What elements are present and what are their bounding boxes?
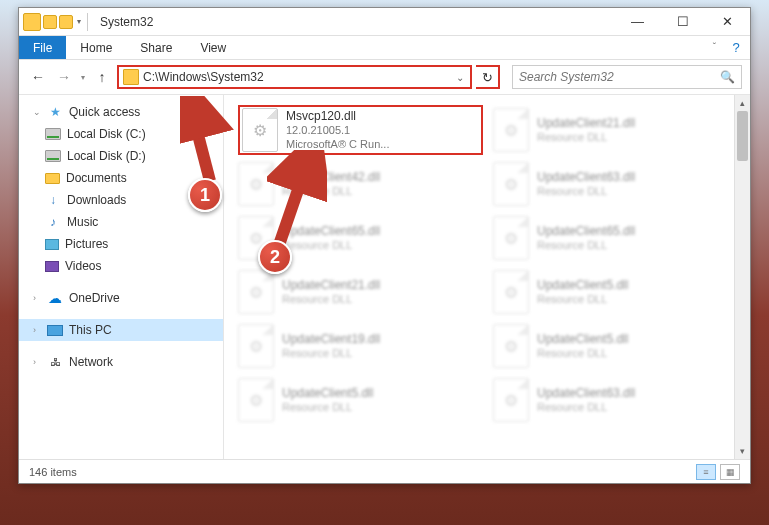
search-icon[interactable]: 🔍 — [720, 70, 735, 84]
up-button[interactable]: ↑ — [91, 66, 113, 88]
sidebar-item-videos[interactable]: Videos — [19, 255, 223, 277]
chevron-right-icon[interactable]: › — [33, 357, 41, 367]
forward-button[interactable]: → — [53, 66, 75, 88]
folder-icon — [23, 13, 41, 31]
navigation-bar: ← → ▾ ↑ C:\Windows\System32 ⌄ ↻ 🔍 — [19, 60, 750, 94]
video-icon — [45, 261, 59, 272]
sidebar-label: Quick access — [69, 105, 140, 119]
file-item[interactable]: ⚙UpdateClient21.dllResource DLL — [238, 267, 483, 317]
file-item[interactable]: ⚙UpdateClient21.dllResource DLL — [493, 105, 738, 155]
download-icon — [45, 192, 61, 208]
chevron-right-icon[interactable]: › — [33, 293, 41, 303]
tab-share[interactable]: Share — [126, 36, 186, 59]
file-item[interactable]: ⚙UpdateClient63.dllResource DLL — [493, 375, 738, 425]
history-dropdown-icon[interactable]: ▾ — [81, 73, 85, 82]
file-item[interactable]: ⚙UpdateClient5.dllResource DLL — [493, 267, 738, 317]
scroll-up-button[interactable]: ▴ — [735, 95, 750, 111]
tab-file[interactable]: File — [19, 36, 66, 59]
file-item[interactable]: ⚙UpdateClient19.dllResource DLL — [238, 321, 483, 371]
dll-icon: ⚙ — [493, 108, 529, 152]
qat-button-1[interactable] — [43, 15, 57, 29]
maximize-button[interactable]: ☐ — [660, 8, 705, 36]
sidebar-item-music[interactable]: Music — [19, 211, 223, 233]
file-item[interactable]: ⚙UpdateClient63.dllResource DLL — [493, 159, 738, 209]
quick-access-toolbar: ▾ — [19, 13, 92, 31]
folder-icon — [123, 69, 139, 85]
chevron-right-icon[interactable]: › — [33, 325, 41, 335]
explorer-window: ▾ System32 — ☐ ✕ File Home Share View ˇ … — [18, 7, 751, 484]
separator — [87, 13, 88, 31]
disk-icon — [45, 150, 61, 162]
status-bar: 146 items ≡ ▦ — [19, 459, 750, 483]
dll-icon: ⚙ — [493, 270, 529, 314]
network-icon — [47, 354, 63, 370]
qat-button-2[interactable] — [59, 15, 73, 29]
close-button[interactable]: ✕ — [705, 8, 750, 36]
vertical-scrollbar[interactable]: ▴ ▾ — [734, 95, 750, 459]
sidebar-network[interactable]: › Network — [19, 351, 223, 373]
file-item[interactable]: ⚙UpdateClient65.dllResource DLL — [493, 213, 738, 263]
ribbon-tabs: File Home Share View ˇ ? — [19, 36, 750, 60]
address-bar[interactable]: C:\Windows\System32 ⌄ — [117, 65, 472, 89]
svg-line-1 — [279, 158, 309, 245]
search-box[interactable]: 🔍 — [512, 65, 742, 89]
dll-icon: ⚙ — [493, 162, 529, 206]
view-details-button[interactable]: ≡ — [696, 464, 716, 480]
body: ⌄ ★ Quick access Local Disk (C:) Local D… — [19, 94, 750, 459]
tab-view[interactable]: View — [186, 36, 240, 59]
scroll-thumb[interactable] — [737, 111, 748, 161]
address-dropdown-icon[interactable]: ⌄ — [450, 72, 470, 83]
annotation-badge-2: 2 — [258, 240, 292, 274]
qat-dropdown-icon[interactable]: ▾ — [77, 17, 81, 26]
file-item-msvcp120[interactable]: ⚙ Msvcp120.dll 12.0.21005.1 MicrosoftA® … — [238, 105, 483, 155]
dll-icon: ⚙ — [493, 216, 529, 260]
address-path[interactable]: C:\Windows\System32 — [143, 70, 450, 84]
dll-icon: ⚙ — [493, 324, 529, 368]
tab-home[interactable]: Home — [66, 36, 126, 59]
cloud-icon — [47, 290, 63, 306]
annotation-arrow-1 — [180, 96, 250, 186]
minimize-button[interactable]: — — [615, 8, 660, 36]
sidebar-this-pc[interactable]: › This PC — [19, 319, 223, 341]
view-large-icons-button[interactable]: ▦ — [720, 464, 740, 480]
annotation-arrow-2 — [267, 150, 327, 250]
disk-icon — [45, 128, 61, 140]
file-name: Msvcp120.dll — [286, 109, 389, 124]
file-item[interactable]: ⚙UpdateClient5.dllResource DLL — [493, 321, 738, 371]
window-title: System32 — [100, 15, 153, 29]
file-grid: ⚙ Msvcp120.dll 12.0.21005.1 MicrosoftA® … — [224, 95, 750, 435]
annotation-badge-1: 1 — [188, 178, 222, 212]
sidebar-onedrive[interactable]: › OneDrive — [19, 287, 223, 309]
search-input[interactable] — [519, 70, 720, 84]
folder-icon — [45, 173, 60, 184]
picture-icon — [45, 239, 59, 250]
scroll-down-button[interactable]: ▾ — [735, 443, 750, 459]
refresh-button[interactable]: ↻ — [476, 65, 500, 89]
window-controls: — ☐ ✕ — [615, 8, 750, 36]
collapse-ribbon-icon[interactable]: ˇ — [713, 42, 716, 53]
chevron-down-icon[interactable]: ⌄ — [33, 107, 41, 117]
music-icon — [45, 214, 61, 230]
pc-icon — [47, 325, 63, 336]
svg-line-0 — [190, 104, 210, 181]
file-version: 12.0.21005.1 — [286, 124, 389, 138]
dll-icon: ⚙ — [238, 378, 274, 422]
help-button[interactable]: ? — [722, 36, 750, 59]
title-bar: ▾ System32 — ☐ ✕ — [19, 8, 750, 36]
item-count: 146 items — [29, 466, 77, 478]
dll-icon: ⚙ — [238, 270, 274, 314]
sidebar-item-pictures[interactable]: Pictures — [19, 233, 223, 255]
file-item[interactable]: ⚙UpdateClient5.dllResource DLL — [238, 375, 483, 425]
back-button[interactable]: ← — [27, 66, 49, 88]
dll-icon: ⚙ — [493, 378, 529, 422]
dll-icon: ⚙ — [238, 324, 274, 368]
star-icon: ★ — [47, 104, 63, 120]
